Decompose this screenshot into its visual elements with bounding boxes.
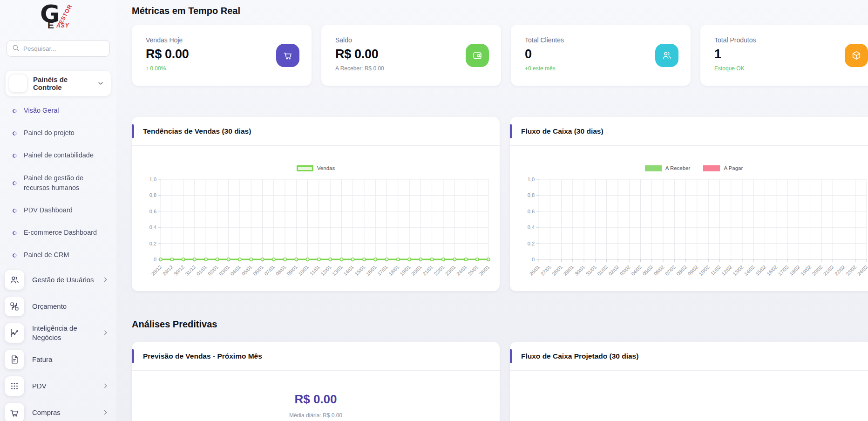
svg-text:18/02: 18/02	[788, 264, 801, 277]
svg-text:10/01: 10/01	[297, 264, 310, 277]
svg-text:17/02: 17/02	[777, 264, 789, 277]
chart-title: Previsão de Vendas - Próximo Mês	[143, 352, 262, 360]
bullet-icon	[12, 130, 18, 136]
svg-text:10/02: 10/02	[698, 264, 710, 277]
metric-label: Saldo	[335, 36, 487, 44]
prediction-value: R$ 0.00	[132, 392, 500, 407]
sidebar-item-label: PDV	[32, 381, 94, 391]
chevron-right-icon	[102, 276, 109, 283]
sidebar-item-painel-rh[interactable]: Painel de gestão de recursos humanos	[0, 167, 116, 199]
line-chart-plot: 1,00,80,60,40,2026/0127/0128/0129/0130/0…	[518, 177, 868, 296]
svg-text:21/01: 21/01	[421, 264, 434, 277]
sidebar-item-inteligencia-de-negocios[interactable]: Inteligência de Negócios	[0, 319, 116, 346]
bullet-icon	[12, 153, 18, 159]
svg-text:08/01: 08/01	[274, 264, 287, 277]
svg-text:07/01: 07/01	[263, 264, 276, 277]
chart-card-tendencias-de-vendas: Tendências de Vendas (30 dias) Vendas 1,…	[132, 117, 500, 291]
chart-card-fluxo-de-caixa: Fluxo de Caixa (30 dias) A ReceberA Paga…	[510, 117, 868, 291]
metric-trend: +0 este mês	[525, 65, 677, 72]
sidebar-item-label: Orçamento	[32, 302, 109, 311]
chart-title: Fluxo de Caixa Projetado (30 dias)	[521, 352, 638, 360]
prediction-body: R$ 0.00 Média diária: R$ 0.00	[132, 371, 500, 419]
svg-text:31/12: 31/12	[184, 264, 197, 277]
sidebar-item-gestao-de-usuarios[interactable]: Gestão de Usuários	[0, 266, 116, 293]
sidebar-item-painel-do-projeto[interactable]: Painel do projeto	[0, 122, 116, 144]
svg-text:15/01: 15/01	[353, 264, 366, 277]
svg-text:20/02: 20/02	[811, 264, 823, 277]
search-input[interactable]	[23, 45, 105, 52]
metric-card-vendas-hoje: Vendas Hoje R$ 0.00 ↑ 0.00%	[132, 25, 312, 86]
bullet-icon	[12, 230, 18, 236]
sidebar-item-painel-de-contabilidade[interactable]: Painel de contabilidade	[0, 144, 116, 167]
sidebar-item-fatura[interactable]: Fatura	[0, 346, 116, 373]
bi-chart-icon	[5, 323, 24, 343]
chart-legend: A ReceberA Pagar	[518, 164, 868, 172]
svg-text:04/01: 04/01	[229, 264, 242, 277]
search	[7, 40, 110, 57]
metric-label: Total Produtos	[714, 36, 866, 44]
metric-trend: Estoque OK	[714, 65, 866, 72]
metric-value: 0	[525, 47, 677, 61]
svg-text:22/01: 22/01	[433, 264, 445, 277]
users-icon	[655, 44, 678, 67]
main-content: Métricas em Tempo Real Vendas Hoje R$ 0.…	[116, 0, 868, 421]
chart-header: Fluxo de Caixa (30 dias)	[510, 117, 868, 146]
sidebar-group-label: Painéis de Controle	[33, 75, 97, 91]
svg-text:12/02: 12/02	[720, 264, 733, 277]
svg-text:0,2: 0,2	[149, 241, 156, 246]
svg-text:02/02: 02/02	[607, 264, 620, 277]
logo-letter-e: E	[47, 20, 54, 31]
svg-text:30/01: 30/01	[573, 264, 586, 277]
svg-text:21/02: 21/02	[822, 264, 835, 277]
sidebar-item-pdv[interactable]: PDV	[0, 373, 116, 399]
chevron-right-icon	[102, 329, 109, 336]
sidebar-item-orcamento[interactable]: Orçamento	[0, 293, 116, 319]
dashboard-submenu: Visão Geral Painel do projeto Painel de …	[0, 100, 116, 266]
accent-bar	[132, 349, 134, 363]
sidebar-item-paineis-de-controle[interactable]: Painéis de Controle	[6, 71, 111, 96]
wallet-icon	[466, 44, 489, 67]
legend-label: A Pagar	[724, 165, 743, 171]
chart-header: Tendências de Vendas (30 dias)	[132, 117, 500, 146]
metric-trend: ↑ 0.00%	[146, 65, 298, 72]
svg-text:01/01: 01/01	[195, 264, 208, 277]
legend-item: Vendas	[297, 165, 335, 171]
sidebar-item-compras[interactable]: Compras	[0, 399, 116, 421]
sidebar-item-pdv-dashboard[interactable]: PDV Dashboard	[0, 199, 116, 222]
sidebar-item-label: Painel de gestão de recursos humanos	[24, 173, 110, 193]
svg-text:0,4: 0,4	[528, 224, 535, 230]
svg-text:1,0: 1,0	[149, 177, 156, 182]
svg-text:05/02: 05/02	[641, 264, 654, 277]
legend-swatch	[703, 165, 720, 171]
metric-value: R$ 0.00	[146, 47, 298, 61]
svg-text:26/01: 26/01	[478, 264, 490, 277]
svg-text:06/02: 06/02	[652, 264, 665, 277]
sidebar-item-visao-geral[interactable]: Visão Geral	[0, 100, 116, 122]
svg-text:20/01: 20/01	[410, 264, 423, 277]
svg-text:07/02: 07/02	[664, 264, 677, 277]
chevron-right-icon	[102, 382, 109, 389]
legend-label: Vendas	[317, 165, 335, 171]
svg-text:13/02: 13/02	[732, 264, 744, 277]
metric-value: R$ 0.00	[335, 47, 487, 61]
svg-text:0,8: 0,8	[528, 192, 535, 198]
bullet-icon	[12, 252, 18, 258]
sidebar-item-ecommerce-dashboard[interactable]: E-commerce Dashboard	[0, 222, 116, 244]
metric-label: Vendas Hoje	[146, 36, 298, 44]
sidebar-item-label: Gestão de Usuários	[32, 275, 94, 285]
svg-text:29/01: 29/01	[562, 264, 575, 277]
sidebar-item-painel-de-crm[interactable]: Painel de CRM	[0, 244, 116, 266]
svg-text:0,6: 0,6	[149, 209, 156, 214]
svg-text:0: 0	[532, 257, 535, 262]
svg-text:0,4: 0,4	[149, 224, 156, 230]
chart-title: Fluxo de Caixa (30 dias)	[521, 127, 604, 136]
line-chart-plot: 1,00,80,60,40,2028/1229/1230/1231/1201/0…	[140, 177, 491, 296]
bullet-icon	[12, 108, 18, 114]
svg-text:02/01: 02/01	[207, 264, 219, 277]
svg-text:04/02: 04/02	[630, 264, 643, 277]
svg-text:09/02: 09/02	[686, 264, 699, 277]
chevron-down-icon	[97, 80, 104, 87]
package-icon	[845, 44, 868, 67]
users-icon	[5, 270, 24, 290]
metric-cards-row: Vendas Hoje R$ 0.00 ↑ 0.00% Saldo R$ 0.0…	[132, 25, 868, 86]
